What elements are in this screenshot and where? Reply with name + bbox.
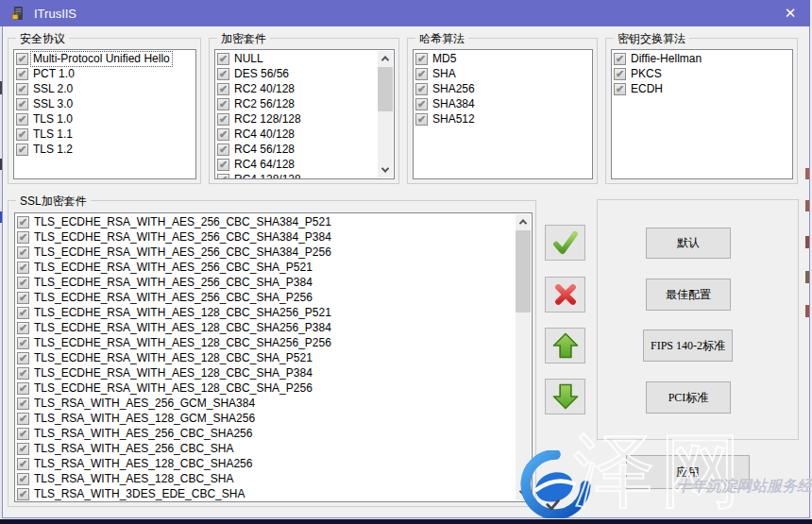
move-down-button[interactable] [545,379,585,414]
list-item[interactable]: ✔SSL 2.0 [14,81,195,96]
hash-algorithms-list[interactable]: ✔MD5✔SHA✔SHA256✔SHA384✔SHA512 [413,49,593,179]
list-item[interactable]: ✔TLS_ECDHE_RSA_WITH_AES_256_CBC_SHA384_P… [15,214,516,229]
checked-checkbox-icon[interactable]: ✔ [415,53,428,65]
checked-checkbox-icon[interactable]: ✔ [17,337,29,349]
best-config-button[interactable]: 最佳配置 [646,279,731,311]
list-item[interactable]: ✔RC2 56/128 [215,96,378,111]
scrollbar[interactable] [378,51,393,177]
list-item[interactable]: ✔SHA256 [414,81,592,96]
checked-checkbox-icon[interactable]: ✔ [614,83,626,95]
list-item[interactable]: ✔TLS 1.2 [14,142,195,157]
list-item[interactable]: ✔Diffie-Hellman [612,51,792,66]
list-item[interactable]: ✔TLS_RSA_WITH_AES_128_CBC_SHA256 [15,456,516,471]
default-button[interactable]: 默认 [646,228,731,259]
list-item[interactable]: ✔TLS_ECDHE_RSA_WITH_AES_256_CBC_SHA_P521 [15,260,516,275]
list-item[interactable]: ✔TLS 1.1 [14,127,195,142]
list-item[interactable]: ✔TLS_ECDHE_RSA_WITH_AES_128_CBC_SHA256_P… [15,305,516,320]
checked-checkbox-icon[interactable]: ✔ [415,98,428,110]
checked-checkbox-icon[interactable]: ✔ [217,98,229,110]
checked-checkbox-icon[interactable]: ✔ [17,322,29,334]
list-item[interactable]: ✔Multi-Protocol Unified Hello [14,51,195,66]
checked-checkbox-icon[interactable]: ✔ [16,113,28,126]
checked-checkbox-icon[interactable]: ✔ [17,443,29,455]
list-item[interactable]: ✔TLS_ECDHE_RSA_WITH_AES_128_CBC_SHA_P521 [15,350,516,365]
protocols-list[interactable]: ✔Multi-Protocol Unified Hello✔PCT 1.0✔SS… [13,49,196,179]
checked-checkbox-icon[interactable]: ✔ [17,428,29,440]
checked-checkbox-icon[interactable]: ✔ [17,488,29,500]
list-item[interactable]: ✔TLS_ECDHE_RSA_WITH_AES_256_CBC_SHA384_P… [15,245,516,260]
checked-checkbox-icon[interactable]: ✔ [217,128,229,141]
list-item[interactable]: ✔RC4 128/128 [215,172,378,179]
checked-checkbox-icon[interactable]: ✔ [16,83,28,95]
move-up-button[interactable] [545,328,585,363]
checked-checkbox-icon[interactable]: ✔ [17,458,29,470]
scroll-up-icon[interactable] [378,51,393,66]
list-item[interactable]: ✔PKCS [612,66,792,81]
checked-checkbox-icon[interactable]: ✔ [17,473,29,485]
checked-checkbox-icon[interactable]: ✔ [217,53,229,65]
scroll-down-icon[interactable] [378,162,393,177]
checked-checkbox-icon[interactable]: ✔ [16,128,28,141]
list-item[interactable]: ✔PCT 1.0 [14,66,195,81]
checked-checkbox-icon[interactable]: ✔ [17,262,29,274]
checked-checkbox-icon[interactable]: ✔ [16,98,28,110]
list-item[interactable]: ✔TLS_ECDHE_RSA_WITH_AES_128_CBC_SHA256_P… [15,320,516,335]
list-item[interactable]: ✔SSL 3.0 [14,96,195,111]
ssl-cipher-suites-list[interactable]: ✔TLS_ECDHE_RSA_WITH_AES_256_CBC_SHA384_P… [14,212,533,502]
list-item[interactable]: ✔RC4 56/128 [215,142,378,157]
list-item[interactable]: ✔RC4 40/128 [215,127,378,142]
list-item[interactable]: ✔TLS_ECDHE_RSA_WITH_AES_256_CBC_SHA_P384 [15,275,516,290]
checked-checkbox-icon[interactable]: ✔ [16,68,28,80]
list-item[interactable]: ✔ECDH [612,81,792,96]
checked-checkbox-icon[interactable]: ✔ [17,382,29,395]
list-item[interactable]: ✔RC4 64/128 [215,157,378,172]
checked-checkbox-icon[interactable]: ✔ [17,307,29,319]
checked-checkbox-icon[interactable]: ✔ [17,231,29,244]
list-item[interactable]: ✔TLS_ECDHE_RSA_WITH_AES_128_CBC_SHA_P384 [15,365,516,380]
checked-checkbox-icon[interactable]: ✔ [16,53,28,65]
remove-button[interactable] [545,277,585,313]
list-item[interactable]: ✔NULL [215,51,378,66]
checked-checkbox-icon[interactable]: ✔ [17,367,29,380]
checked-checkbox-icon[interactable]: ✔ [217,159,229,171]
checked-checkbox-icon[interactable]: ✔ [217,144,229,156]
checked-checkbox-icon[interactable]: ✔ [17,277,29,289]
checked-checkbox-icon[interactable]: ✔ [415,83,428,95]
checked-checkbox-icon[interactable]: ✔ [217,113,229,126]
checked-checkbox-icon[interactable]: ✔ [17,292,29,304]
checked-checkbox-icon[interactable]: ✔ [614,68,626,80]
list-item[interactable]: ✔RC2 40/128 [215,81,378,96]
scrollbar-thumb[interactable] [378,67,393,111]
checked-checkbox-icon[interactable]: ✔ [17,246,29,259]
checked-checkbox-icon[interactable]: ✔ [415,68,428,80]
pci-standard-button[interactable]: PCI标准 [646,381,731,414]
list-item[interactable]: ✔MD5 [414,51,592,66]
list-item[interactable]: ✔DES 56/56 [215,66,378,81]
list-item[interactable]: ✔TLS_RSA_WITH_AES_256_GCM_SHA384 [15,396,516,411]
list-item[interactable]: ✔TLS_ECDHE_RSA_WITH_AES_256_CBC_SHA384_P… [15,229,516,245]
apply-button[interactable]: 应用 [626,455,750,489]
checked-checkbox-icon[interactable]: ✔ [16,144,28,156]
list-item[interactable]: ✔TLS_RSA_WITH_AES_128_CBC_SHA [15,471,516,486]
checked-checkbox-icon[interactable]: ✔ [17,413,29,425]
list-item[interactable]: ✔TLS_ECDHE_RSA_WITH_AES_128_CBC_SHA256_P… [15,335,516,350]
list-item[interactable]: ✔TLS_ECDHE_RSA_WITH_AES_128_CBC_SHA_P256 [15,380,516,396]
checked-checkbox-icon[interactable]: ✔ [217,68,229,80]
fips-140-2-button[interactable]: FIPS 140-2标准 [643,330,733,362]
checked-checkbox-icon[interactable]: ✔ [17,216,29,228]
confirm-button[interactable] [545,225,585,261]
scroll-up-icon[interactable] [516,214,531,229]
close-button[interactable]: ✕ [774,0,806,26]
checked-checkbox-icon[interactable]: ✔ [217,174,229,180]
checked-checkbox-icon[interactable]: ✔ [17,352,29,364]
checked-checkbox-icon[interactable]: ✔ [415,113,428,126]
list-item[interactable]: ✔SHA384 [414,96,592,111]
list-item[interactable]: ✔TLS_RSA_WITH_AES_256_CBC_SHA256 [15,426,516,441]
cipher-suites-list[interactable]: ✔NULL✔DES 56/56✔RC2 40/128✔RC2 56/128✔RC… [214,49,395,179]
list-item[interactable]: ✔TLS_RSA_WITH_3DES_EDE_CBC_SHA [15,486,516,501]
checked-checkbox-icon[interactable]: ✔ [217,83,229,95]
checked-checkbox-icon[interactable]: ✔ [614,53,626,65]
list-item[interactable]: ✔RC2 128/128 [215,111,378,127]
list-item[interactable]: ✔TLS_RSA_WITH_AES_128_GCM_SHA256 [15,411,516,426]
list-item[interactable]: ✔SHA [414,66,592,81]
